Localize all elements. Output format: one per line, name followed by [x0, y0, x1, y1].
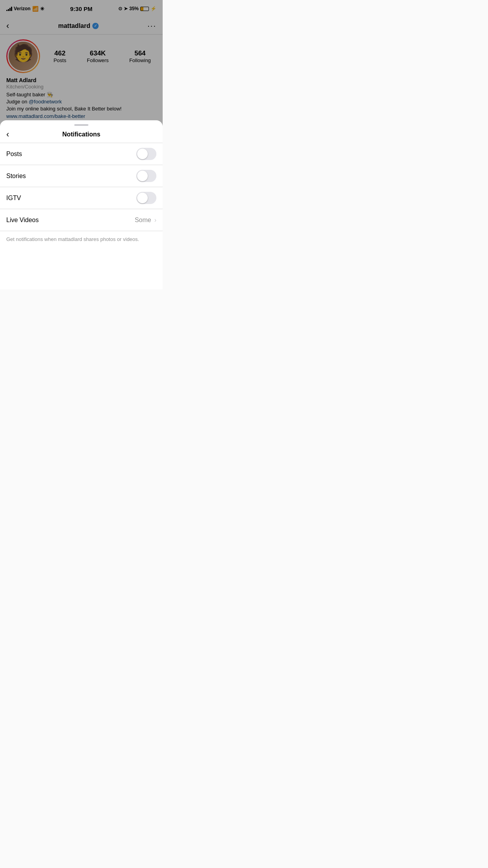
stories-toggle[interactable] — [136, 170, 156, 182]
notifications-sheet: ‹ Notifications Posts Stories IGTV — [0, 120, 163, 289]
stories-toggle-right — [136, 170, 156, 182]
sheet-header: ‹ Notifications — [0, 126, 163, 143]
notification-item-posts: Posts — [0, 143, 163, 165]
igtv-toggle[interactable] — [136, 192, 156, 204]
notifications-footer-note: Get notifications when mattadlard shares… — [0, 231, 163, 248]
igtv-label: IGTV — [6, 195, 21, 202]
live-videos-label: Live Videos — [6, 217, 39, 224]
notification-item-stories: Stories — [0, 165, 163, 187]
notification-item-live-videos[interactable]: Live Videos Some › — [0, 209, 163, 231]
stories-label: Stories — [6, 173, 26, 180]
igtv-toggle-knob — [137, 193, 148, 203]
posts-toggle[interactable] — [136, 148, 156, 160]
notifications-list: Posts Stories IGTV — [0, 143, 163, 231]
posts-toggle-right — [136, 148, 156, 160]
igtv-toggle-right — [136, 192, 156, 204]
live-videos-chevron-icon: › — [154, 217, 156, 224]
sheet-back-button[interactable]: ‹ — [6, 129, 9, 140]
sheet-title: Notifications — [62, 131, 101, 138]
live-videos-right: Some › — [135, 217, 156, 224]
footer-note-text: Get notifications when mattadlard shares… — [6, 236, 139, 242]
live-videos-value: Some — [135, 217, 151, 224]
posts-label: Posts — [6, 151, 22, 158]
stories-toggle-knob — [137, 171, 148, 181]
notification-item-igtv: IGTV — [0, 187, 163, 209]
posts-toggle-knob — [137, 149, 148, 159]
